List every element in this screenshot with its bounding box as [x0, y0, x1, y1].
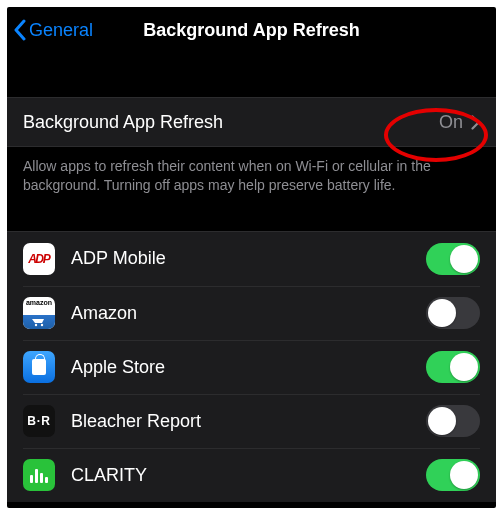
- app-label: CLARITY: [71, 465, 426, 486]
- background-refresh-master-row[interactable]: Background App Refresh On: [7, 97, 496, 147]
- app-row-adp: A D P ADP Mobile: [7, 232, 496, 286]
- toggle-amazon[interactable]: [426, 297, 480, 329]
- app-icon-amazon: amazon: [23, 297, 55, 329]
- svg-point-0: [35, 324, 37, 326]
- app-row-bleacher-report: B·R Bleacher Report: [7, 394, 496, 448]
- app-label: ADP Mobile: [71, 248, 426, 269]
- master-row-label: Background App Refresh: [23, 112, 439, 133]
- app-row-apple-store: Apple Store: [7, 340, 496, 394]
- app-icon-apple-store: [23, 351, 55, 383]
- app-list: A D P ADP Mobile amazon Amazon Apple: [7, 231, 496, 502]
- svg-point-1: [41, 324, 43, 326]
- toggle-adp[interactable]: [426, 243, 480, 275]
- toggle-apple-store[interactable]: [426, 351, 480, 383]
- chevron-left-icon: [13, 19, 27, 41]
- nav-bar: General Background App Refresh: [7, 7, 496, 53]
- app-label: Apple Store: [71, 357, 426, 378]
- back-label: General: [29, 20, 93, 41]
- app-icon-bleacher-report: B·R: [23, 405, 55, 437]
- toggle-bleacher-report[interactable]: [426, 405, 480, 437]
- app-label: Amazon: [71, 303, 426, 324]
- master-row-value: On: [439, 112, 463, 133]
- toggle-clarity[interactable]: [426, 459, 480, 491]
- app-icon-clarity: [23, 459, 55, 491]
- app-row-amazon: amazon Amazon: [7, 286, 496, 340]
- app-icon-adp: A D P: [23, 243, 55, 275]
- back-button[interactable]: General: [13, 19, 93, 41]
- section-footer-text: Allow apps to refresh their content when…: [7, 147, 496, 209]
- app-row-clarity: CLARITY: [7, 448, 496, 502]
- section-gap: [7, 53, 496, 97]
- chevron-right-icon: [471, 115, 480, 130]
- settings-screen: General Background App Refresh Backgroun…: [7, 7, 496, 508]
- app-label: Bleacher Report: [71, 411, 426, 432]
